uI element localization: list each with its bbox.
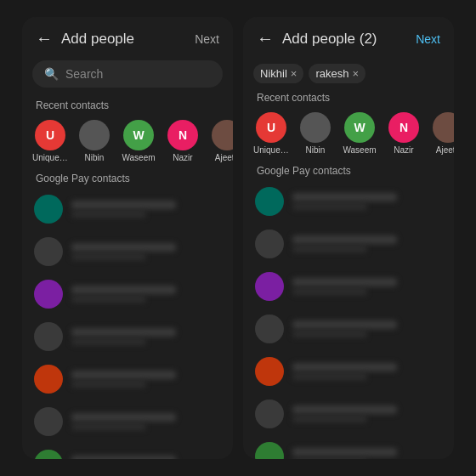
contact-nazir-r[interactable]: N Nazir: [386, 112, 422, 155]
name-uniquegirl: Uniquegirl: [32, 153, 68, 162]
right-panel: ← Add people (2) Next Nikhil × rakesh × …: [243, 17, 454, 459]
blurred-name: [71, 456, 176, 459]
blurred-detail: [71, 381, 146, 388]
name-waseem: Waseem: [121, 153, 156, 162]
name-nibin-r: Nibin: [298, 145, 333, 155]
contact-waseem-r[interactable]: W Waseem: [342, 112, 377, 155]
blurred-detail: [292, 416, 367, 422]
search-icon: 🔍: [44, 67, 59, 81]
chip-nikhil-label: Nikhil: [260, 67, 287, 80]
list-item[interactable]: [243, 265, 454, 308]
list-avatar: [34, 237, 63, 266]
right-next-button[interactable]: Next: [416, 32, 440, 46]
contact-ajeeth-r[interactable]: Ajeeth: [430, 112, 454, 155]
list-item[interactable]: [243, 350, 454, 393]
left-recent-contacts: U Uniquegirl Nibin W Waseem N Nazir Ajee…: [22, 115, 233, 167]
list-avatar: [255, 357, 284, 386]
blurred-detail: [71, 296, 146, 303]
chip-nikhil-remove[interactable]: ×: [291, 67, 298, 80]
chip-rakesh-remove[interactable]: ×: [352, 67, 359, 80]
avatar-waseem-r: W: [344, 112, 375, 143]
chip-rakesh-label: rakesh: [315, 67, 348, 80]
right-googlepay-section: [243, 180, 454, 459]
list-avatar: [34, 450, 63, 459]
blurred-name: [292, 235, 397, 244]
name-waseem-r: Waseem: [342, 145, 377, 155]
list-info: [71, 201, 221, 218]
left-search-placeholder: Search: [65, 67, 103, 81]
list-item[interactable]: [22, 188, 233, 230]
list-item[interactable]: [22, 443, 233, 459]
avatar-nibin: [79, 120, 110, 150]
name-uniquegirl-r: Uniquegirl: [253, 145, 289, 155]
blurred-detail: [292, 458, 367, 459]
list-info: [292, 193, 442, 210]
list-item[interactable]: [243, 393, 454, 435]
list-item[interactable]: [22, 400, 233, 443]
left-back-button[interactable]: ←: [36, 29, 53, 48]
avatar-waseem: W: [123, 120, 154, 150]
blurred-name: [71, 371, 176, 379]
name-nazir-r: Nazir: [386, 145, 422, 155]
list-avatar: [34, 280, 63, 309]
left-header: ← Add people Next: [22, 17, 233, 60]
blurred-detail: [292, 373, 367, 380]
blurred-name: [292, 278, 397, 286]
list-avatar: [34, 195, 63, 224]
list-item[interactable]: [22, 273, 233, 315]
left-recent-label: Recent contacts: [22, 94, 233, 115]
list-avatar: [34, 322, 63, 351]
blurred-name: [292, 193, 397, 201]
blurred-detail: [292, 331, 367, 337]
avatar-nibin-r: [300, 112, 331, 143]
chip-rakesh[interactable]: rakesh ×: [309, 64, 366, 83]
blurred-detail: [292, 246, 367, 252]
list-item[interactable]: [243, 223, 454, 265]
list-info: [292, 448, 442, 459]
list-info: [292, 363, 442, 380]
list-item[interactable]: [243, 435, 454, 459]
list-item[interactable]: [243, 308, 454, 350]
list-avatar: [255, 187, 284, 216]
list-item[interactable]: [22, 358, 233, 400]
right-recent-label: Recent contacts: [243, 87, 454, 107]
list-item[interactable]: [243, 180, 454, 223]
blurred-detail: [292, 288, 367, 295]
list-avatar: [255, 230, 284, 258]
chip-nikhil[interactable]: Nikhil ×: [253, 64, 303, 83]
right-title: Add people (2): [282, 31, 416, 48]
blurred-detail: [71, 338, 146, 345]
blurred-name: [71, 286, 176, 294]
contact-ajeeth[interactable]: Ajeeth: [209, 120, 233, 162]
list-avatar: [255, 272, 284, 301]
contact-uniquegirl[interactable]: U Uniquegirl: [32, 120, 68, 162]
contact-nibin-r[interactable]: Nibin: [298, 112, 333, 155]
avatar-nazir-r: N: [388, 112, 419, 143]
blurred-detail: [292, 203, 367, 210]
right-header: ← Add people (2) Next: [243, 17, 454, 60]
list-info: [292, 320, 442, 337]
list-item[interactable]: [22, 315, 233, 358]
contact-uniquegirl-r[interactable]: U Uniquegirl: [253, 112, 289, 155]
contact-nibin[interactable]: Nibin: [76, 120, 112, 162]
blurred-name: [292, 363, 397, 371]
list-item[interactable]: [22, 230, 233, 273]
blurred-name: [71, 243, 176, 252]
avatar-uniquegirl: U: [35, 120, 65, 150]
list-info: [292, 278, 442, 295]
contact-nazir[interactable]: N Nazir: [165, 120, 201, 162]
left-googlepay-label: Google Pay contacts: [22, 167, 233, 188]
right-back-button[interactable]: ←: [257, 29, 274, 48]
right-recent-contacts: U Uniquegirl Nibin W Waseem N Nazir Ajee…: [243, 107, 454, 160]
list-avatar: [255, 400, 284, 428]
list-info: [292, 235, 442, 252]
blurred-name: [292, 405, 397, 414]
right-googlepay-label: Google Pay contacts: [243, 160, 454, 180]
list-info: [71, 328, 221, 345]
list-avatar: [255, 314, 284, 343]
contact-waseem[interactable]: W Waseem: [121, 120, 156, 162]
list-avatar: [255, 442, 284, 459]
blurred-name: [71, 328, 176, 337]
left-search-bar[interactable]: 🔍 Search: [32, 60, 223, 88]
left-next-button[interactable]: Next: [195, 32, 219, 46]
